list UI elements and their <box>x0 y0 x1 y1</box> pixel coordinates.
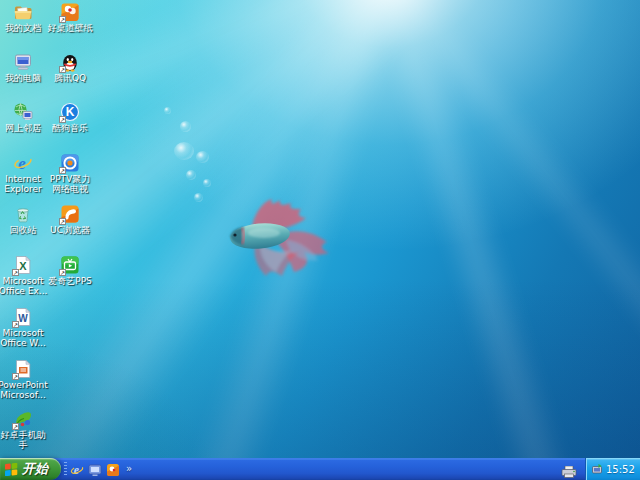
shortcut-arrow-icon <box>12 269 19 276</box>
shortcut-arrow-icon <box>12 373 19 380</box>
word-icon: W <box>13 307 33 327</box>
network-places-icon <box>13 102 33 122</box>
desktop-icon-tencent-qq[interactable]: 腾讯QQ <box>45 52 95 84</box>
haozhuo-phone-assistant-icon <box>13 409 33 429</box>
svg-text:e: e <box>18 154 26 173</box>
shortcut-arrow-icon <box>59 16 66 23</box>
quick-launch-overflow-chevron[interactable]: » <box>124 464 132 474</box>
desktop-icon-pptv[interactable]: PPTV聚力 网络电视 <box>45 153 95 194</box>
excel-icon: X <box>13 255 33 275</box>
quick-launch-handle[interactable] <box>64 462 67 476</box>
desktop: 我的文档 我的电脑 网上邻居 <box>0 0 640 480</box>
shortcut-arrow-icon <box>12 321 19 328</box>
my-computer-icon <box>13 52 33 72</box>
betta-fish-icon <box>224 192 336 284</box>
desktop-icon-network-places[interactable]: 网上邻居 <box>0 102 48 134</box>
svg-text:W: W <box>18 313 28 324</box>
desktop-icon-powerpoint[interactable]: PowerPoint Microsof... <box>0 359 48 400</box>
shortcut-arrow-icon <box>59 269 66 276</box>
desktop-icon-label: 我的文档 <box>0 24 48 34</box>
desktop-icon-label: 好桌道壁纸 <box>45 24 95 34</box>
start-button[interactable]: 开始 <box>0 458 61 480</box>
desktop-icon-haozhuo-phone-assistant[interactable]: 好卓手机助手 <box>0 409 48 450</box>
quick-launch-internet-explorer[interactable]: e <box>70 462 84 476</box>
desktop-icon-internet-explorer[interactable]: e Internet Explorer <box>0 153 48 194</box>
desktop-icon-my-documents[interactable]: 我的文档 <box>0 2 48 34</box>
bubble-icon <box>186 170 196 180</box>
svg-text:K: K <box>66 105 75 119</box>
powerpoint-icon <box>13 359 33 379</box>
tencent-qq-icon <box>60 52 80 72</box>
desktop-icon-iqiyi-pps[interactable]: 爱奇艺PPS <box>45 255 95 287</box>
bubble-icon <box>174 142 194 160</box>
desktop-icon-label: 网上邻居 <box>0 124 48 134</box>
internet-explorer-icon: e <box>13 153 33 173</box>
recycle-bin-icon <box>13 204 33 224</box>
desktop-icon-label: PPTV聚力 网络电视 <box>45 175 95 194</box>
shortcut-arrow-icon <box>59 218 66 225</box>
system-tray: 15:52 <box>585 458 640 480</box>
desktop-icon-label: 腾讯QQ <box>45 74 95 84</box>
bubble-icon <box>194 193 203 202</box>
desktop-icon-my-computer[interactable]: 我的电脑 <box>0 52 48 84</box>
desktop-icon-haozhuodao-wallpaper[interactable]: 好桌道壁纸 <box>45 2 95 34</box>
my-documents-icon <box>13 2 33 22</box>
taskbar: 开始 e <box>0 458 640 480</box>
svg-text:e: e <box>74 463 80 477</box>
desktop-icon-label: 好卓手机助手 <box>0 431 48 450</box>
desktop-icon-uc-browser[interactable]: UC浏览器 <box>45 204 95 236</box>
bubble-icon <box>180 121 191 132</box>
desktop-icon-label: 回收站 <box>0 226 48 236</box>
desktop-icon-label: Internet Explorer <box>0 175 48 194</box>
shortcut-arrow-icon <box>59 66 66 73</box>
quick-launch-show-desktop[interactable] <box>88 462 102 476</box>
desktop-icon-kugou-music[interactable]: K 酷狗音乐 <box>45 102 95 134</box>
tray-device-icon[interactable] <box>591 463 603 475</box>
desktop-icon-word[interactable]: W Microsoft Office W... <box>0 307 48 348</box>
bubble-icon <box>203 179 211 187</box>
quick-launch-wallpaper-app[interactable] <box>106 462 120 476</box>
shortcut-arrow-icon <box>59 167 66 174</box>
desktop-icon-label: 我的电脑 <box>0 74 48 84</box>
start-button-label: 开始 <box>22 460 48 478</box>
bubble-icon <box>164 107 171 114</box>
desktop-icon-label: Microsoft Office Ex... <box>0 277 48 296</box>
iqiyi-pps-icon <box>60 255 80 275</box>
shortcut-arrow-icon <box>12 423 19 430</box>
windows-logo-icon <box>5 463 18 476</box>
desktop-icon-label: 爱奇艺PPS <box>45 277 95 287</box>
svg-text:X: X <box>19 260 27 272</box>
taskbar-clock[interactable]: 15:52 <box>606 464 635 475</box>
desktop-icon-label: UC浏览器 <box>45 226 95 236</box>
uc-browser-icon <box>60 204 80 224</box>
shortcut-arrow-icon <box>59 116 66 123</box>
bubble-icon <box>196 151 209 163</box>
printer-icon[interactable] <box>561 463 577 475</box>
pptv-icon <box>60 153 80 173</box>
desktop-icon-label: Microsoft Office W... <box>0 329 48 348</box>
quick-launch-bar: e » <box>70 458 132 480</box>
desktop-icon-label: 酷狗音乐 <box>45 124 95 134</box>
kugou-music-icon: K <box>60 102 80 122</box>
desktop-icon-excel[interactable]: X Microsoft Office Ex... <box>0 255 48 296</box>
haozhuodao-wallpaper-icon <box>60 2 80 22</box>
desktop-icon-recycle-bin[interactable]: 回收站 <box>0 204 48 236</box>
desktop-icon-label: PowerPoint Microsof... <box>0 381 48 400</box>
